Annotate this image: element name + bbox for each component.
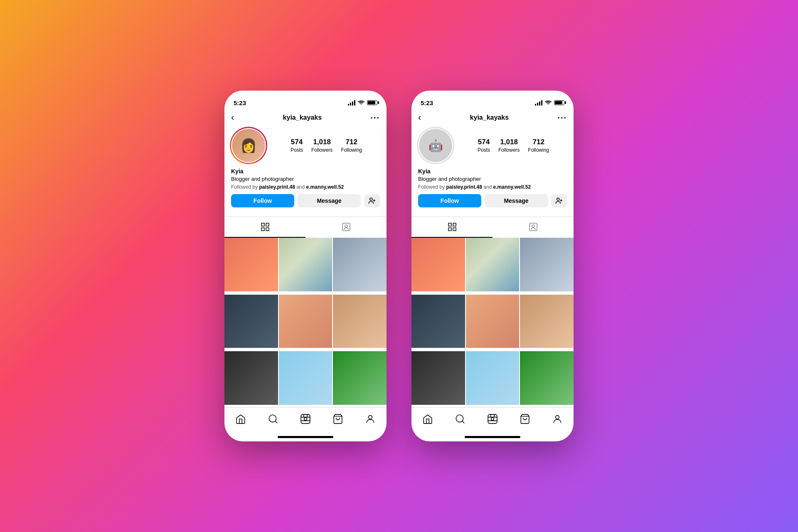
tagged-tab-right[interactable] xyxy=(493,217,574,238)
grid-cell-4-right[interactable] xyxy=(411,295,465,348)
home-nav-left[interactable] xyxy=(230,412,251,426)
add-friend-button-left[interactable] xyxy=(364,194,380,207)
photo-grid-right xyxy=(411,238,574,407)
add-friend-button-right[interactable] xyxy=(551,194,567,207)
svg-rect-4 xyxy=(266,223,269,226)
grid-cell-9-right[interactable] xyxy=(520,351,574,405)
tabs-right xyxy=(411,217,574,238)
following-label-left: Following xyxy=(341,147,362,153)
nav-bar-left: ‹ kyia_kayaks ··· xyxy=(224,109,387,126)
status-bar-right: 5:23 xyxy=(411,91,574,109)
action-buttons-right: Follow Message xyxy=(418,194,567,207)
back-button-right[interactable]: ‹ xyxy=(418,112,421,123)
grid-cell-5-left[interactable] xyxy=(279,295,332,348)
follower1-left[interactable]: paisley.print.48 xyxy=(259,184,295,190)
home-nav-right[interactable] xyxy=(417,412,438,426)
grid-cell-4-left[interactable] xyxy=(224,295,278,348)
status-bar-left: 5:23 xyxy=(224,91,387,109)
avatar-ring-left: 👩 xyxy=(230,127,267,164)
svg-rect-11 xyxy=(301,414,310,424)
avatar-right[interactable]: 🤖 xyxy=(418,128,453,163)
bottom-nav-left xyxy=(224,407,387,434)
svg-point-19 xyxy=(557,198,559,200)
follower1-right[interactable]: paisley.print.48 xyxy=(446,184,482,190)
followers-count-left: 1,018 xyxy=(313,138,331,146)
nav-bar-right: ‹ kyia_kayaks ··· xyxy=(411,109,574,126)
message-button-left[interactable]: Message xyxy=(298,194,361,207)
followers-count-right: 1,018 xyxy=(500,138,518,146)
bottom-nav-right xyxy=(411,407,574,434)
home-icon-right xyxy=(422,414,433,424)
profile-section-right: 🤖 574 Posts 1,018 Followers 712 Followi xyxy=(411,126,574,217)
search-nav-right[interactable] xyxy=(450,412,470,426)
posts-stat-left[interactable]: 574 Posts xyxy=(291,138,303,153)
grid-cell-2-right[interactable] xyxy=(466,238,520,291)
svg-point-12 xyxy=(304,418,307,421)
shop-nav-right[interactable] xyxy=(515,412,535,426)
svg-point-0 xyxy=(370,198,372,200)
grid-tab-left[interactable] xyxy=(224,217,305,238)
shop-nav-left[interactable] xyxy=(328,412,348,426)
tabs-left xyxy=(224,217,387,238)
grid-cell-6-right[interactable] xyxy=(520,295,574,348)
status-icons-left xyxy=(348,100,377,106)
grid-cell-2-left[interactable] xyxy=(279,238,332,291)
search-icon-left xyxy=(268,414,278,424)
grid-cell-1-left[interactable] xyxy=(224,238,278,291)
search-nav-left[interactable] xyxy=(263,412,283,426)
reels-nav-right[interactable] xyxy=(482,412,503,426)
grid-cell-8-right[interactable] xyxy=(466,351,520,405)
more-menu-right[interactable]: ··· xyxy=(557,113,567,123)
posts-stat-right[interactable]: 574 Posts xyxy=(478,138,490,153)
followers-label-right: Followers xyxy=(498,147,520,153)
more-menu-left[interactable]: ··· xyxy=(370,113,380,123)
battery-icon-right xyxy=(554,100,564,105)
profile-name-left: Kyia xyxy=(231,168,380,175)
reels-icon-right xyxy=(487,414,498,424)
posts-count-left: 574 xyxy=(291,138,303,146)
back-button-left[interactable]: ‹ xyxy=(231,112,234,123)
phone-right: 5:23 ‹ kyia_kayaks ··· xyxy=(411,91,574,441)
svg-rect-3 xyxy=(261,223,264,226)
svg-point-27 xyxy=(532,225,534,227)
profile-section-left: 👩 574 Posts 1,018 Followers 712 Followi xyxy=(224,126,387,217)
grid-tab-right[interactable] xyxy=(411,217,493,238)
reels-nav-left[interactable] xyxy=(295,412,316,426)
following-count-right: 712 xyxy=(532,138,544,146)
profile-icon-right xyxy=(552,414,563,424)
home-icon-left xyxy=(235,414,246,424)
profile-followed-left: Followed by paisley.print.48 and e.manny… xyxy=(231,184,380,190)
grid-cell-6-left[interactable] xyxy=(333,295,387,348)
message-button-right[interactable]: Message xyxy=(485,194,548,207)
following-stat-right[interactable]: 712 Following xyxy=(528,138,549,153)
grid-cell-8-left[interactable] xyxy=(279,351,332,405)
avatar-image-left: 👩 xyxy=(232,129,265,162)
grid-icon-left xyxy=(260,222,270,232)
following-stat-left[interactable]: 712 Following xyxy=(341,138,362,153)
profile-icon-left xyxy=(365,414,376,424)
svg-line-10 xyxy=(275,421,277,423)
avatar-ring-inner-left: 👩 xyxy=(231,128,266,163)
follow-button-left[interactable]: Follow xyxy=(231,194,294,207)
grid-cell-3-left[interactable] xyxy=(333,238,387,291)
grid-cell-1-right[interactable] xyxy=(411,238,465,291)
profile-username-right: kyia_kayaks xyxy=(470,114,509,121)
profile-nav-left[interactable] xyxy=(360,412,381,426)
grid-cell-7-left[interactable] xyxy=(224,351,278,405)
grid-cell-7-right[interactable] xyxy=(411,351,465,405)
tagged-tab-left[interactable] xyxy=(305,217,387,238)
avatar-left[interactable]: 👩 xyxy=(231,128,266,163)
follow-button-right[interactable]: Follow xyxy=(418,194,481,207)
svg-rect-22 xyxy=(448,223,451,226)
status-time-left: 5:23 xyxy=(234,99,246,106)
profile-nav-right[interactable] xyxy=(547,412,568,426)
follower2-right[interactable]: e.manny.well.52 xyxy=(493,184,531,190)
profile-row-right: 🤖 574 Posts 1,018 Followers 712 Followi xyxy=(418,128,567,163)
grid-cell-3-right[interactable] xyxy=(520,238,574,291)
followers-stat-left[interactable]: 1,018 Followers xyxy=(311,138,332,153)
followers-stat-right[interactable]: 1,018 Followers xyxy=(498,138,520,153)
follower2-left[interactable]: e.manny.well.52 xyxy=(306,184,344,190)
grid-cell-9-left[interactable] xyxy=(333,351,387,405)
grid-cell-5-right[interactable] xyxy=(466,295,520,348)
battery-icon-left xyxy=(367,100,377,105)
